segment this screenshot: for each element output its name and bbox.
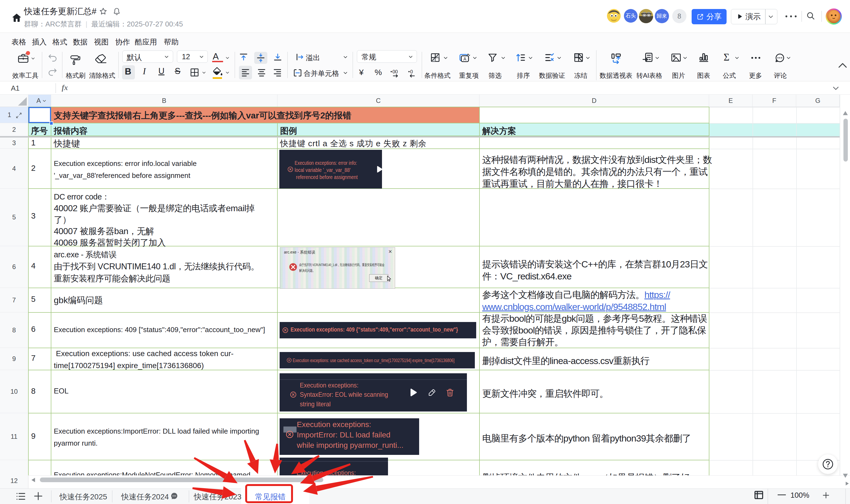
svg-text:0: 0 — [410, 69, 413, 74]
svg-text:00: 00 — [392, 69, 398, 74]
svg-text:A: A — [463, 57, 466, 61]
